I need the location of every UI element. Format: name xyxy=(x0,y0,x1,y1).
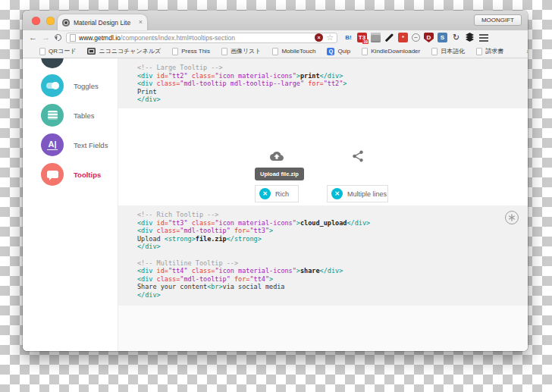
minus-circle-icon[interactable]: − xyxy=(412,33,420,42)
adblock-icon[interactable]: × xyxy=(315,33,323,42)
quip-icon: Q xyxy=(327,48,334,55)
component-sidebar: TogglesTablesA|Text FieldsTooltips xyxy=(23,58,118,351)
bookmarks-bar: QRコードニコニコチャンネルズPress This画像リストMobileTouc… xyxy=(23,45,528,58)
bookmarks-overflow-chevron[interactable]: » xyxy=(526,48,528,55)
menu-icon[interactable] xyxy=(478,33,488,42)
sidebar-item-tooltips[interactable]: Tooltips xyxy=(23,159,118,189)
page-icon xyxy=(476,48,482,55)
sidebar-item-label: Text Fields xyxy=(74,141,108,149)
code-line: Share your content<br>via social media xyxy=(137,283,517,291)
tab-close-icon[interactable]: × xyxy=(139,19,143,26)
bookmark-item[interactable]: Press This xyxy=(172,48,210,55)
page-icon xyxy=(39,48,45,55)
minimize-window-button[interactable] xyxy=(46,17,55,25)
code-line: Upload <strong>file.zip</strong> xyxy=(137,235,517,243)
bookmark-star-icon[interactable]: ☆ xyxy=(326,33,334,42)
table-icon xyxy=(41,104,64,127)
profile-button[interactable]: MOONGIFT xyxy=(474,14,522,26)
tooltip-demo-area: Upload file.zip ✕ Rich ✕ Multiple lines xyxy=(118,108,528,205)
bookmark-item[interactable]: 日本語化 xyxy=(431,47,465,55)
code-line: <div class="mdl-tooltip mdl-tooltip--lar… xyxy=(137,80,517,88)
code-line: </div> xyxy=(137,291,517,299)
code-multiline-tooltip: <!-- Multiline Tooltip --><div id="tt4" … xyxy=(137,259,517,299)
hatena-bookmark-icon[interactable]: B! xyxy=(343,33,353,42)
page-icon xyxy=(272,48,278,55)
page-icon xyxy=(172,48,178,55)
code-line: <div id="tt3" class="icon material-icons… xyxy=(137,219,517,227)
sidebar-item-label: Toggles xyxy=(74,82,99,90)
code-block-large-tooltip: <!-- Large Tooltip --><div id="tt2" clas… xyxy=(118,58,528,108)
forward-button[interactable]: → xyxy=(42,33,50,42)
browser-tab[interactable]: Material Design Lite × xyxy=(58,14,147,30)
sync-icon[interactable]: ↻ xyxy=(451,33,461,42)
bookmark-item[interactable]: QRコード xyxy=(39,47,76,55)
page-viewport: TogglesTablesA|Text FieldsTooltips <!-- … xyxy=(23,58,528,351)
bookmark-item[interactable]: 画像リスト xyxy=(221,47,262,55)
code-rich-tooltip: <!-- Rich Tooltip --><div id="tt3" class… xyxy=(137,211,517,251)
codepen-button-multiple-lines[interactable]: ✕ Multiple lines xyxy=(327,185,388,202)
code-line: <div id="tt2" class="icon material-icons… xyxy=(137,72,517,80)
bookmark-label: 日本語化 xyxy=(441,47,465,55)
layers-icon[interactable] xyxy=(465,33,475,42)
bookmark-item[interactable]: 請求書 xyxy=(476,47,503,55)
bookmark-item[interactable]: MobileTouch xyxy=(272,48,315,55)
textfield-icon: A| xyxy=(41,133,64,156)
codepen-icon: ✕ xyxy=(331,188,343,199)
t19-icon[interactable]: T319 xyxy=(357,33,367,42)
tab-favicon-icon xyxy=(62,19,70,27)
bookmark-label: ニコニコチャンネルズ xyxy=(99,47,161,55)
bookmark-label: 画像リスト xyxy=(231,47,262,55)
code-line: Print xyxy=(137,88,517,96)
code-line: </div> xyxy=(137,243,517,251)
cloud-upload-icon[interactable] xyxy=(270,149,284,163)
shield-icon[interactable]: D xyxy=(424,33,434,42)
sidebar-item-label: Tooltips xyxy=(74,171,101,179)
reload-button[interactable] xyxy=(53,33,63,42)
main-content: <!-- Large Tooltip --><div id="tt2" clas… xyxy=(118,58,528,351)
skitch-icon[interactable]: S xyxy=(438,33,447,42)
bookmark-label: 請求書 xyxy=(485,47,503,55)
bookmark-label: Quip xyxy=(337,48,350,55)
tooltip-icon xyxy=(41,163,64,186)
codepen-button-label: Rich xyxy=(275,190,289,198)
codepen-button-rich[interactable]: ✕ Rich xyxy=(255,185,299,202)
content-footer-space xyxy=(118,306,528,351)
sidebar-item-text-fields[interactable]: A|Text Fields xyxy=(23,130,118,159)
back-button[interactable]: ← xyxy=(29,33,37,42)
bookmark-item[interactable]: ニコニコチャンネルズ xyxy=(87,47,161,55)
eyedropper-icon[interactable] xyxy=(384,33,394,42)
bookmark-item[interactable]: QQuip xyxy=(327,48,350,55)
code-line: <div id="tt4" class="icon material-icons… xyxy=(137,267,517,275)
url-bar[interactable]: www.getmdl.io/components/index.html#tool… xyxy=(66,33,337,43)
page-icon xyxy=(362,48,368,55)
code-line: <div class="mdl-tooltip" for="tt4"> xyxy=(137,275,517,284)
bookmark-label: Press This xyxy=(181,48,210,55)
browser-window: Material Design Lite × MOONGIFT ← → www.… xyxy=(23,11,528,351)
transparent-checkerboard-background: Material Design Lite × MOONGIFT ← → www.… xyxy=(0,0,552,392)
close-window-button[interactable] xyxy=(32,17,40,25)
sidebar-item-tables[interactable]: Tables xyxy=(23,100,118,130)
printer-icon[interactable] xyxy=(371,33,381,42)
url-text[interactable]: www.getmdl.io/components/index.html#tool… xyxy=(79,34,312,42)
codepen-circle-icon[interactable] xyxy=(505,211,519,224)
share-icon[interactable] xyxy=(351,149,365,163)
codepen-button-label: Multiple lines xyxy=(347,190,387,198)
url-path: /components/index.html#tooltips-section xyxy=(121,34,235,42)
tooltip-bubble: Upload file.zip xyxy=(255,168,304,180)
bookmark-label: KindleDownloader xyxy=(371,48,420,55)
extensions-row: B!T319*−DS↻ xyxy=(343,33,488,42)
star-box-icon[interactable]: * xyxy=(398,33,408,42)
bookmark-label: MobileTouch xyxy=(281,48,315,55)
code-line: <!-- Rich Tooltip --> xyxy=(137,211,517,219)
page-icon xyxy=(431,48,438,55)
code-block-rich-multiline-tooltip: <!-- Rich Tooltip --><div id="tt3" class… xyxy=(118,205,528,306)
toggle-icon xyxy=(41,74,64,97)
codepen-icon: ✕ xyxy=(259,188,271,199)
page-icon xyxy=(221,48,227,55)
page-icon xyxy=(70,34,76,42)
bookmark-item[interactable]: KindleDownloader xyxy=(362,48,420,55)
browser-toolbar: ← → www.getmdl.io/components/index.html#… xyxy=(23,30,528,45)
code-line: <div class="mdl-tooltip" for="tt3"> xyxy=(137,227,517,235)
sidebar-item-toggles[interactable]: Toggles xyxy=(23,71,118,100)
bookmark-label: QRコード xyxy=(49,47,76,55)
